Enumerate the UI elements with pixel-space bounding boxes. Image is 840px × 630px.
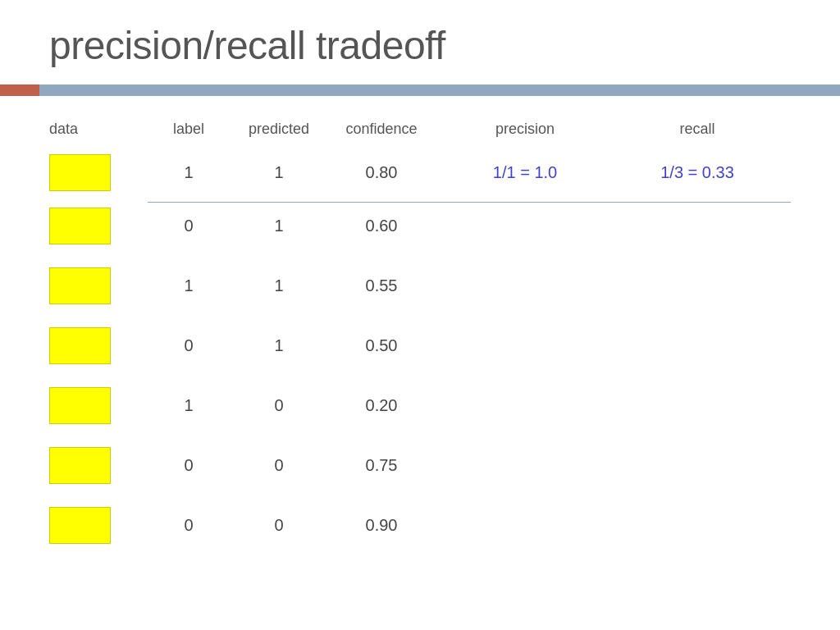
accent-bar-blue [39,84,840,96]
confidence-cell: 0.80 [328,163,435,182]
confidence-cell: 0.20 [328,396,435,415]
precision-cell: 1/1 = 1.0 [435,163,615,182]
predicted-cell: 1 [230,276,328,295]
predicted-cell: 1 [230,217,328,235]
confidence-cell: 0.55 [328,276,435,295]
table-row: 010.50 [49,319,791,372]
header-recall: recall [615,121,779,138]
accent-bar-orange [0,84,39,96]
yellow-box [49,267,111,304]
label-cell: 0 [148,516,230,535]
table-row: 110.55 [49,259,791,313]
header-data: data [49,121,148,138]
confidence-cell: 0.90 [328,516,435,535]
header-confidence: confidence [328,121,435,138]
table-body: 110.801/1 = 1.01/3 = 0.33010.60110.55010… [49,146,791,552]
label-cell: 0 [148,456,230,475]
yellow-box [49,447,111,484]
header-precision: precision [435,121,615,138]
table-row: 000.75 [49,439,791,492]
yellow-box [49,507,111,544]
label-cell: 1 [148,396,230,415]
data-cell [49,319,148,372]
table-header: data label predicted confidence precisio… [49,121,791,138]
label-cell: 0 [148,336,230,355]
yellow-box [49,154,111,191]
label-cell: 0 [148,217,230,235]
data-cell [49,439,148,492]
header-label: label [148,121,230,138]
predicted-cell: 1 [230,163,328,182]
table-row: 110.801/1 = 1.01/3 = 0.33 [49,146,791,199]
data-cell [49,499,148,552]
confidence-cell: 0.75 [328,456,435,475]
data-cell [49,379,148,432]
yellow-box [49,327,111,364]
table-row: 000.90 [49,499,791,552]
page-container: precision/recall tradeoff data label pre… [0,0,840,630]
table-container: data label predicted confidence precisio… [0,121,840,552]
predicted-cell: 0 [230,396,328,415]
predicted-cell: 0 [230,516,328,535]
label-cell: 1 [148,276,230,295]
table-row: 100.20 [49,379,791,432]
predicted-cell: 0 [230,456,328,475]
table-row: 010.60 [49,199,791,253]
predicted-cell: 1 [230,336,328,355]
confidence-cell: 0.50 [328,336,435,355]
confidence-cell: 0.60 [328,217,435,235]
data-cell [49,259,148,313]
header-predicted: predicted [230,121,328,138]
accent-bar [0,84,840,96]
yellow-box [49,387,111,424]
yellow-box [49,208,111,244]
data-cell [49,199,148,253]
page-title: precision/recall tradeoff [0,0,840,84]
recall-cell: 1/3 = 0.33 [615,163,779,182]
data-cell [49,146,148,199]
label-cell: 1 [148,163,230,182]
